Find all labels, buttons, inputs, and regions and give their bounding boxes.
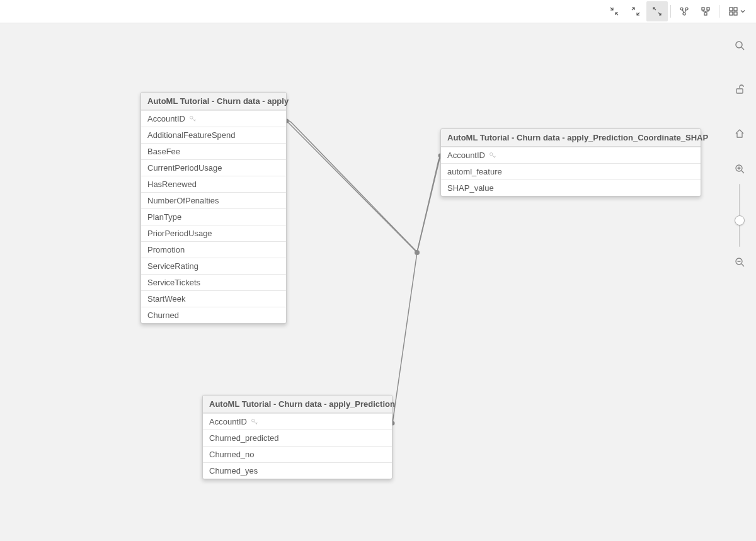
field-name: CurrentPeriodUsage <box>147 163 222 173</box>
entity-title: AutoML Tutorial - Churn data - apply_Pre… <box>441 129 701 147</box>
top-toolbar <box>0 0 756 23</box>
zoom-in-button[interactable] <box>728 157 751 180</box>
field-name: PlanType <box>147 212 181 222</box>
relations-view-button[interactable] <box>673 1 695 21</box>
field-name: AdditionalFeatureSpend <box>147 130 236 140</box>
data-model-canvas[interactable]: AutoML Tutorial - Churn data - apply Acc… <box>0 23 756 541</box>
field-name: ServiceRating <box>147 261 198 271</box>
field-name: Promotion <box>147 245 185 254</box>
svg-point-13 <box>415 250 420 255</box>
field-row[interactable]: NumberOfPenalties <box>141 192 286 208</box>
field-row[interactable]: automl_feature <box>441 163 701 179</box>
field-row[interactable]: PriorPeriodUsage <box>141 225 286 241</box>
home-button[interactable] <box>728 122 751 145</box>
field-name: NumberOfPenalties <box>147 196 219 205</box>
field-row[interactable]: HasRenewed <box>141 176 286 192</box>
field-name: AccountID <box>147 114 185 123</box>
field-row[interactable]: AccountID <box>441 147 701 163</box>
field-row[interactable]: ServiceRating <box>141 258 286 274</box>
field-row[interactable]: StartWeek <box>141 290 286 307</box>
field-name: Churned <box>147 310 179 320</box>
svg-rect-6 <box>730 8 733 11</box>
expand-icon <box>652 6 662 16</box>
field-row[interactable]: BaseFee <box>141 143 286 159</box>
home-icon <box>734 128 745 139</box>
field-row[interactable]: Churned <box>141 307 286 323</box>
toolbar-divider-2 <box>719 5 719 18</box>
shrink-in-icon <box>609 6 619 16</box>
zoom-slider[interactable] <box>739 183 740 248</box>
search-icon <box>734 40 745 51</box>
toolbar-divider <box>670 5 671 18</box>
zoom-out-icon <box>734 256 745 268</box>
field-name: BaseFee <box>147 147 180 156</box>
key-icon <box>251 418 258 426</box>
zoom-in-icon <box>734 163 745 174</box>
lock-open-icon <box>734 84 745 95</box>
zoom-slider-thumb[interactable] <box>735 215 745 225</box>
svg-rect-5 <box>704 13 707 15</box>
field-name: AccountID <box>447 151 485 160</box>
field-row[interactable]: Churned_predicted <box>203 430 392 446</box>
field-row[interactable]: Churned_yes <box>203 462 392 479</box>
key-icon <box>489 152 496 159</box>
field-row[interactable]: ServiceTickets <box>141 274 286 290</box>
svg-rect-8 <box>730 12 733 15</box>
shrink-in-button[interactable] <box>604 1 625 21</box>
entity-shap[interactable]: AutoML Tutorial - Churn data - apply_Pre… <box>440 128 701 196</box>
zoom-out-button[interactable] <box>728 251 751 273</box>
entity-apply[interactable]: AutoML Tutorial - Churn data - apply Acc… <box>140 92 287 324</box>
side-toolbar <box>723 23 756 541</box>
internal-view-icon <box>701 6 711 16</box>
field-row[interactable]: SHAP_value <box>441 179 701 196</box>
field-row[interactable]: CurrentPeriodUsage <box>141 159 286 176</box>
entity-prediction[interactable]: AutoML Tutorial - Churn data - apply_Pre… <box>202 395 392 479</box>
field-row[interactable]: Churned_no <box>203 446 392 462</box>
expand-button[interactable] <box>646 1 668 21</box>
svg-rect-18 <box>736 89 743 93</box>
field-row[interactable]: AccountID <box>203 413 392 430</box>
field-name: Churned_predicted <box>209 433 279 443</box>
field-name: StartWeek <box>147 294 185 304</box>
svg-rect-9 <box>734 12 737 15</box>
collapse-button[interactable] <box>625 1 646 21</box>
field-name: Churned_yes <box>209 466 258 476</box>
field-name: HasRenewed <box>147 179 197 189</box>
svg-point-2 <box>683 13 685 15</box>
layout-menu-button[interactable] <box>722 1 752 21</box>
lock-toggle-button[interactable] <box>728 78 751 101</box>
relations-icon <box>679 6 689 16</box>
field-row[interactable]: AdditionalFeatureSpend <box>141 127 286 143</box>
svg-rect-4 <box>707 8 709 10</box>
field-name: AccountID <box>209 417 247 426</box>
entity-title: AutoML Tutorial - Churn data - apply <box>141 93 286 110</box>
entity-title: AutoML Tutorial - Churn data - apply_Pre… <box>203 396 392 413</box>
field-row[interactable]: AccountID <box>141 110 286 127</box>
internal-view-button[interactable] <box>695 1 716 21</box>
chevron-down-icon <box>740 8 746 14</box>
key-icon <box>189 115 197 123</box>
svg-rect-7 <box>734 8 737 11</box>
search-button[interactable] <box>728 34 751 57</box>
field-name: Churned_no <box>209 450 255 459</box>
layout-icon <box>728 6 738 16</box>
field-row[interactable]: Promotion <box>141 241 286 258</box>
field-name: SHAP_value <box>447 183 494 193</box>
collapse-icon <box>631 6 641 16</box>
field-name: PriorPeriodUsage <box>147 229 212 238</box>
field-name: ServiceTickets <box>147 278 200 287</box>
svg-point-17 <box>736 42 742 48</box>
field-name: automl_feature <box>447 167 502 176</box>
svg-rect-3 <box>702 8 704 10</box>
field-row[interactable]: PlanType <box>141 208 286 225</box>
